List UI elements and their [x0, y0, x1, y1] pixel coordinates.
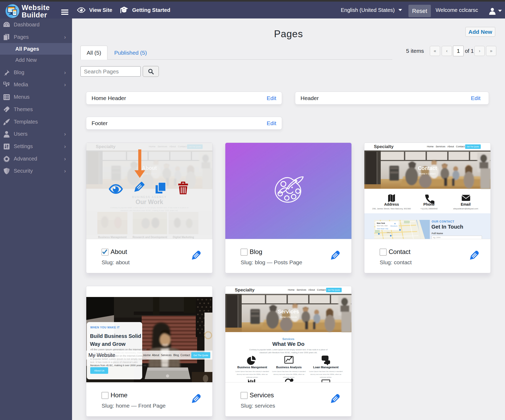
svg-text:Contact: Contact [418, 165, 437, 171]
svg-text:Business Analysis: Business Analysis [276, 366, 302, 369]
svg-text:Email: Email [461, 202, 470, 206]
svg-text:About Us: About Us [94, 369, 104, 372]
svg-text:classical Latin literature fro: classical Latin literature from 45 BC, m… [260, 351, 317, 354]
svg-text:Directions: Directions [390, 225, 398, 227]
svg-text:Home: Home [143, 353, 151, 357]
svg-text:What We Do: What We Do [272, 341, 304, 347]
svg-text:New York, USA: New York, USA [377, 225, 388, 226]
svg-text:Business Mangement: Business Mangement [237, 366, 267, 369]
svg-text:OUR CONTACT: OUR CONTACT [432, 220, 454, 223]
svg-text:Contact: Contact [180, 353, 190, 357]
svg-text:eg.:John: eg.:John [433, 236, 441, 239]
svg-text:Address: Address [384, 202, 399, 206]
svg-text:WHEN YOU MAKE IT: WHEN YOU MAKE IT [90, 326, 120, 329]
svg-text:Contrary to popular belief, Lo: Contrary to popular belief, Lorem Ipsum … [249, 348, 328, 351]
svg-text:About: About [142, 165, 157, 171]
svg-text:Full Name: Full Name [432, 232, 443, 235]
svg-text:View larger map: View larger map [377, 228, 388, 229]
svg-text:to popular belief, Lorem Ipsum: to popular belief, Lorem Ipsum is not si… [90, 358, 147, 360]
svg-text:Services: Services [161, 353, 171, 357]
svg-text:Services: Services [278, 309, 299, 314]
svg-text:unknown printer.: unknown printer. [246, 376, 258, 378]
svg-text:Lorem Ipsum has been the indus: Lorem Ipsum has been the industry's stan… [309, 370, 343, 372]
svg-text:About: About [152, 353, 159, 357]
svg-text:Loan Management: Loan Management [313, 366, 339, 369]
svg-text:literature from 45 BC, making: literature from 45 BC, making it over 20… [90, 364, 147, 367]
svg-text:Home » Services: Home » Services [280, 316, 297, 318]
svg-text:text. It has roots in a piece: text. It has roots in a piece of classic… [90, 361, 137, 364]
svg-text:Way and Grow: Way and Grow [90, 341, 126, 347]
svg-text:dummy text ever since the 1500: dummy text ever since the 1500s, when an [237, 373, 268, 375]
svg-text:Build Business Solid: Build Business Solid [90, 333, 141, 339]
svg-text:dummy text ever since the 1500: dummy text ever since the 1500s, when an [273, 373, 304, 375]
svg-text:Services: Services [282, 337, 294, 341]
svg-text:Lorem Ipsum has been the indus: Lorem Ipsum has been the industry's stan… [235, 370, 269, 372]
svg-text:Get In Touch: Get In Touch [431, 224, 463, 230]
svg-text:All the Lorem Ipsum generators: All the Lorem Ipsum generators on the In… [90, 348, 146, 351]
svg-text:Lorem Ipsum has been the indus: Lorem Ipsum has been the industry's stan… [272, 370, 306, 372]
svg-text:+1(123) 28569542: +1(123) 28569542 [420, 207, 438, 210]
svg-text:Blog: Blog [173, 353, 179, 357]
svg-text:unknown printer.: unknown printer. [320, 376, 332, 378]
svg-text:Phone: Phone [423, 202, 435, 206]
svg-text:206, James Street, New Balcony: 206, James Street, New Balcony, 502360 [372, 207, 411, 210]
svg-text:dummy text ever since the 1500: dummy text ever since the 1500s, when an [310, 373, 341, 375]
svg-text:sitepadteam@sitepad.com: sitepadteam@sitepad.com [453, 207, 478, 210]
svg-text:Get The Quote: Get The Quote [193, 354, 208, 357]
svg-text:New York: New York [377, 222, 385, 224]
svg-text:My Website: My Website [88, 352, 115, 358]
svg-text:Dillon: Dillon [387, 232, 391, 233]
svg-text:unknown printer.: unknown printer. [283, 376, 295, 378]
svg-text:Home » Contact: Home » Contact [419, 172, 436, 175]
